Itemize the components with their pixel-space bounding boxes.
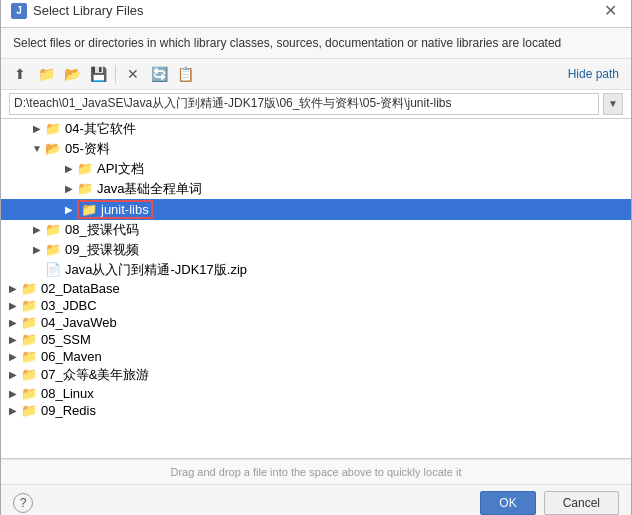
expander-java-words: ▶ [61, 183, 77, 194]
expander-07t: ▶ [5, 369, 21, 380]
tree-item-04jw[interactable]: ▶ 📁 04_JavaWeb [1, 314, 631, 331]
item-label-08: 08_授课代码 [65, 221, 139, 239]
toolbar-save-button[interactable]: 💾 [87, 63, 109, 85]
folder-icon-02db: 📁 [21, 281, 37, 296]
file-tree[interactable]: ▶ 📁 04-其它软件 ▼ 📂 05-资料 ▶ 📁 API文档 ▶ 📁 Java… [1, 119, 631, 459]
item-label-05ssm: 05_SSM [41, 332, 91, 347]
item-label-java-zip: Java从入门到精通-JDK17版.zip [65, 261, 247, 279]
item-label-09r: 09_Redis [41, 403, 96, 418]
dialog-description: Select files or directories in which lib… [1, 28, 631, 59]
cancel-button[interactable]: Cancel [544, 491, 619, 515]
expander-04: ▶ [29, 123, 45, 134]
folder-icon-04: 📁 [45, 121, 61, 136]
expander-api: ▶ [61, 163, 77, 174]
folder-icon-05: 📂 [45, 141, 61, 156]
item-label-05: 05-资料 [65, 140, 110, 158]
expander-junit-libs: ▶ [61, 204, 77, 215]
tree-item-05[interactable]: ▼ 📂 05-资料 [1, 139, 631, 159]
path-dropdown-button[interactable]: ▼ [603, 93, 623, 115]
item-label-java-words: Java基础全程单词 [97, 180, 202, 198]
select-library-dialog: J Select Library Files ✕ Select files or… [0, 0, 632, 515]
toolbar-copy-button[interactable]: 📋 [174, 63, 196, 85]
tree-item-09[interactable]: ▶ 📁 09_授课视频 [1, 240, 631, 260]
path-bar: ▼ [1, 90, 631, 119]
close-button[interactable]: ✕ [600, 3, 621, 19]
tree-item-junit-libs[interactable]: ▶ 📁 junit-libs [1, 199, 631, 220]
folder-icon-04jw: 📁 [21, 315, 37, 330]
bottom-bar: ? OK Cancel [1, 484, 631, 516]
expander-06mvn: ▶ [5, 351, 21, 362]
expander-05ssm: ▶ [5, 334, 21, 345]
expander-08: ▶ [29, 224, 45, 235]
folder-icon-09: 📁 [45, 242, 61, 257]
tree-item-06mvn[interactable]: ▶ 📁 06_Maven [1, 348, 631, 365]
action-buttons: OK Cancel [480, 491, 619, 515]
tree-item-09r[interactable]: ▶ 📁 09_Redis [1, 402, 631, 419]
tree-item-05ssm[interactable]: ▶ 📁 05_SSM [1, 331, 631, 348]
tree-item-08l[interactable]: ▶ 📁 08_Linux [1, 385, 631, 402]
expander-08l: ▶ [5, 388, 21, 399]
folder-icon-api: 📁 [77, 161, 93, 176]
item-label-02db: 02_DataBase [41, 281, 120, 296]
toolbar-open-button[interactable]: 📂 [61, 63, 83, 85]
folder-icon-03jdbc: 📁 [21, 298, 37, 313]
title-bar-left: J Select Library Files [11, 3, 144, 19]
folder-icon-08l: 📁 [21, 386, 37, 401]
folder-icon-junit-libs: 📁 [81, 202, 97, 217]
tree-item-08[interactable]: ▶ 📁 08_授课代码 [1, 220, 631, 240]
folder-icon-06mvn: 📁 [21, 349, 37, 364]
help-button[interactable]: ? [13, 493, 33, 513]
tree-item-02db[interactable]: ▶ 📁 02_DataBase [1, 280, 631, 297]
item-label-07t: 07_众等&美年旅游 [41, 366, 149, 384]
ok-button[interactable]: OK [480, 491, 535, 515]
toolbar-separator1 [115, 65, 116, 83]
folder-icon-java-zip: 📄 [45, 262, 61, 277]
item-label-03jdbc: 03_JDBC [41, 298, 97, 313]
hide-path-button[interactable]: Hide path [564, 65, 623, 83]
tree-item-04[interactable]: ▶ 📁 04-其它软件 [1, 119, 631, 139]
folder-icon-09r: 📁 [21, 403, 37, 418]
tree-item-java-zip[interactable]: ▶ 📄 Java从入门到精通-JDK17版.zip [1, 260, 631, 280]
item-label-08l: 08_Linux [41, 386, 94, 401]
item-label-06mvn: 06_Maven [41, 349, 102, 364]
expander-04jw: ▶ [5, 317, 21, 328]
dialog-icon: J [11, 3, 27, 19]
toolbar-up-button[interactable]: ⬆ [9, 63, 31, 85]
expander-03jdbc: ▶ [5, 300, 21, 311]
tree-item-07t[interactable]: ▶ 📁 07_众等&美年旅游 [1, 365, 631, 385]
folder-icon-07t: 📁 [21, 367, 37, 382]
toolbar-folder-button[interactable]: 📁 [35, 63, 57, 85]
item-label-04: 04-其它软件 [65, 120, 136, 138]
title-bar: J Select Library Files ✕ [1, 0, 631, 28]
folder-icon-08: 📁 [45, 222, 61, 237]
item-label-api: API文档 [97, 160, 144, 178]
path-input[interactable] [9, 93, 599, 115]
folder-icon-05ssm: 📁 [21, 332, 37, 347]
folder-icon-java-words: 📁 [77, 181, 93, 196]
expander-09: ▶ [29, 244, 45, 255]
toolbar-refresh-button[interactable]: 🔄 [148, 63, 170, 85]
expander-02db: ▶ [5, 283, 21, 294]
expander-09r: ▶ [5, 405, 21, 416]
item-label-04jw: 04_JavaWeb [41, 315, 117, 330]
expander-05: ▼ [29, 143, 45, 154]
tree-item-java-words[interactable]: ▶ 📁 Java基础全程单词 [1, 179, 631, 199]
dialog-title: Select Library Files [33, 3, 144, 18]
drag-hint: Drag and drop a file into the space abov… [1, 459, 631, 484]
toolbar-delete-button[interactable]: ✕ [122, 63, 144, 85]
item-label-09: 09_授课视频 [65, 241, 139, 259]
item-label-junit-libs: junit-libs [101, 202, 149, 217]
tree-item-api[interactable]: ▶ 📁 API文档 [1, 159, 631, 179]
toolbar: ⬆ 📁 📂 💾 ✕ 🔄 📋 Hide path [1, 59, 631, 90]
tree-item-03jdbc[interactable]: ▶ 📁 03_JDBC [1, 297, 631, 314]
